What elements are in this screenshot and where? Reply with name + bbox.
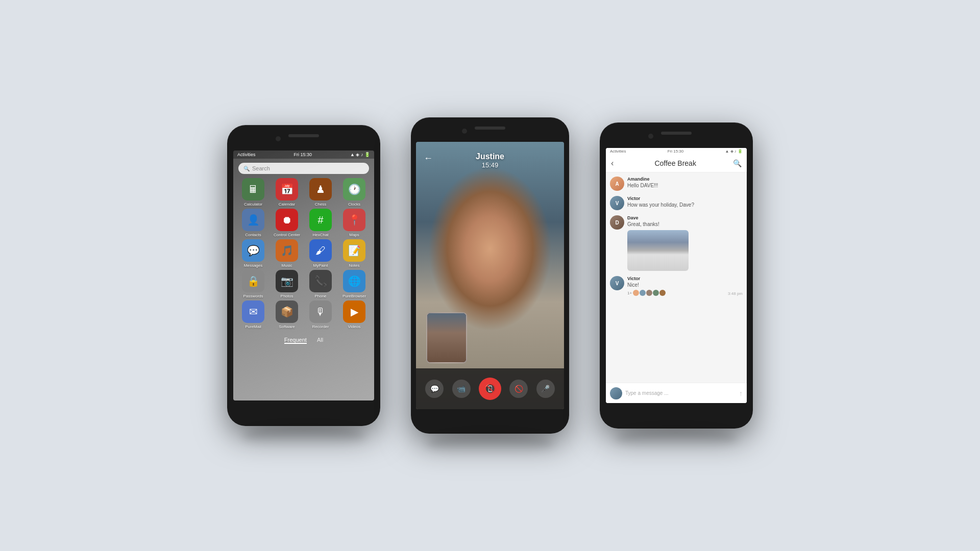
app-notes[interactable]: 📝 Notes [338,239,370,268]
sender-dave: Dave [627,215,689,220]
app-label-software: Software [279,324,295,329]
app-messages[interactable]: 💬 Messages [237,239,269,268]
caller-name: Justine [416,152,564,161]
self-video-preview [426,312,467,363]
tab-all[interactable]: All [317,337,323,344]
input-user-avatar [610,387,622,399]
app-icon-control-center: ⏺ [276,209,298,231]
app-icon-photos: 📷 [276,270,298,292]
tab-frequent[interactable]: Frequent [284,337,307,344]
app-icon-mypaint: 🖌 [309,239,332,262]
chat-back-button[interactable]: ‹ [611,159,614,168]
tabs-bar: Frequent All [233,334,374,346]
app-label-passwords: Passwords [243,294,263,298]
app-calculator[interactable]: 🖩 Calculator [237,178,269,207]
reaction-avatar-2 [640,290,646,296]
bubble-amandine: Amandine Hello DAVE!!! [627,177,658,188]
dave-shared-image [627,230,689,271]
chat-button[interactable]: 💬 [425,380,444,398]
sender-victor-1: Victor [627,196,694,201]
app-label-notes: Notes [349,263,360,268]
app-software[interactable]: 📦 Software [271,300,303,329]
phone1-status-left: Activities [237,152,256,157]
mute-video-icon: 🚫 [514,385,523,393]
app-label-mypaint: MyPaint [313,263,328,268]
reaction-avatars [633,290,666,296]
phone1-reflection [242,426,365,446]
chat-input-bar: Type a message ... ↑ [606,383,747,403]
phone-2: ← Justine 15:49 💬 📹 📵 🚫 [411,117,569,434]
message-time: 3:48 pm [728,291,743,296]
text-dave: Great, thanks! [627,221,689,227]
app-control-center[interactable]: ⏺ Control Center [271,209,303,237]
bubble-victor-2: Victor Nice! 1+ [627,276,666,296]
app-icon-messages: 💬 [242,239,264,262]
message-input-placeholder[interactable]: Type a message ... [625,390,736,396]
app-contacts[interactable]: 👤 Contacts [237,209,269,237]
chat-icon: 💬 [430,385,439,393]
reaction-avatar-3 [646,290,652,296]
app-label-clocks: Clocks [348,202,360,207]
mute-mic-button[interactable]: 🎤 [536,380,555,398]
phone-1: Activities Fri 15:30 ▲ ◈ ♪ 🔋 🔍 Search 🖩 … [227,125,380,426]
app-recorder[interactable]: 🎙 Recorder [305,300,336,329]
app-videos[interactable]: ▶ Videos [338,300,370,329]
search-icon: 🔍 [243,166,250,171]
chat-message-amandine: A Amandine Hello DAVE!!! [610,177,743,191]
chat-title: Coffee Break [618,159,733,167]
app-passwords[interactable]: 🔒 Passwords [237,270,269,298]
search-bar[interactable]: 🔍 Search [238,163,369,174]
sender-victor-2: Victor [627,276,666,281]
app-music[interactable]: 🎵 Music [271,239,303,268]
avatar-amandine: A [610,177,624,191]
sender-amandine: Amandine [627,177,658,182]
app-icon-chess: ♟ [309,178,332,201]
app-puremail[interactable]: ✉ PureMail [237,300,269,329]
chat-message-victor-1: V Victor How was your holiday, Dave? [610,196,743,210]
phone3-status-left: Activities [610,149,626,154]
app-hexchat[interactable]: # HexChat [305,209,336,237]
app-label-control-center: Control Center [274,233,300,237]
end-call-button[interactable]: 📵 [479,378,501,400]
chat-message-dave: D Dave Great, thanks! [610,215,743,271]
app-label-maps: Maps [349,233,359,237]
app-label-videos: Videos [348,324,360,329]
app-phone[interactable]: 📞 Phone [305,270,336,298]
phone2-screen: ← Justine 15:49 💬 📹 📵 🚫 [416,142,564,409]
video-switch-button[interactable]: 📹 [452,380,471,398]
app-icon-recorder: 🎙 [309,300,332,323]
avatar-victor-2: V [610,276,624,290]
app-icon-calculator: 🖩 [242,178,264,201]
app-icon-software: 📦 [276,300,298,323]
app-purebrowser[interactable]: 🌐 PureBrowser [338,270,370,298]
app-label-hexchat: HexChat [312,233,328,237]
video-icon: 📹 [457,385,465,393]
text-amandine: Hello DAVE!!! [627,183,658,188]
reaction-avatar-1 [633,290,639,296]
app-calendar[interactable]: 📅 Calendar [271,178,303,207]
app-photos[interactable]: 📷 Photos [271,270,303,298]
reaction-avatar-5 [659,290,666,296]
phone1-status-center: Fri 15:30 [294,152,312,157]
app-maps[interactable]: 📍 Maps [338,209,370,237]
app-label-contacts: Contacts [245,233,261,237]
app-icon-videos: ▶ [343,300,365,323]
call-controls-bar: 💬 📹 📵 🚫 🎤 [416,368,564,409]
app-icon-passwords: 🔒 [242,270,264,292]
app-grid: 🖩 Calculator 📅 Calendar ♟ Chess 🕐 Clocks… [233,178,374,329]
phone3-status-icons: ▲ ◈ ♪ 🔋 [725,149,743,154]
mute-video-button[interactable]: 🚫 [509,380,528,398]
app-label-recorder: Recorder [312,324,329,329]
phone1-status-bar: Activities Fri 15:30 ▲ ◈ ♪ 🔋 [233,151,374,159]
message-reactions: 1+ [627,290,666,296]
text-victor-1: How was your holiday, Dave? [627,202,694,208]
phone1-screen: Activities Fri 15:30 ▲ ◈ ♪ 🔋 🔍 Search 🖩 … [233,151,374,400]
video-background: ← Justine 15:49 💬 📹 📵 🚫 [416,142,564,409]
app-mypaint[interactable]: 🖌 MyPaint [305,239,336,268]
app-chess[interactable]: ♟ Chess [305,178,336,207]
chat-search-button[interactable]: 🔍 [733,159,742,167]
app-clocks[interactable]: 🕐 Clocks [338,178,370,207]
send-button[interactable]: ↑ [739,389,743,397]
app-label-phone: Phone [314,294,326,298]
app-icon-phone: 📞 [309,270,332,292]
